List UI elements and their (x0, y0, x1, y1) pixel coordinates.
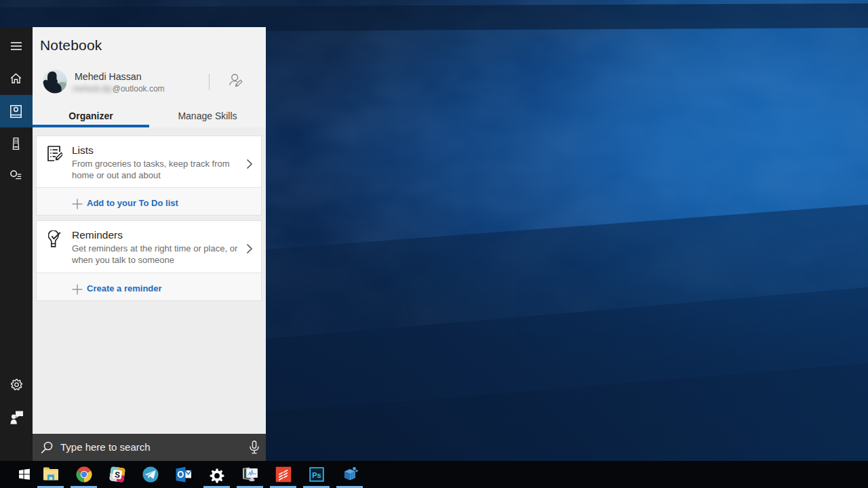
svg-text:Ps: Ps (312, 471, 321, 479)
